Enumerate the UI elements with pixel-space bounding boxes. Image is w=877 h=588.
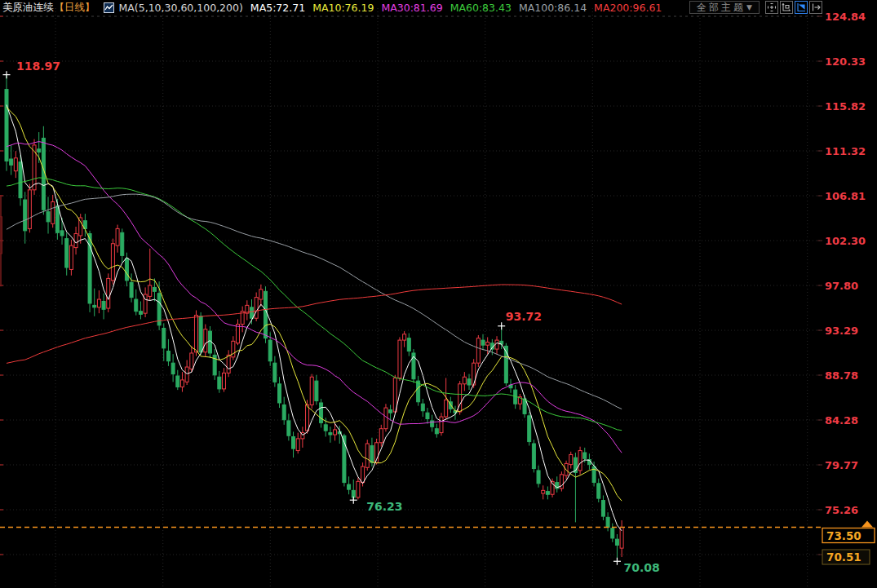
current-price-label: 73.50: [826, 529, 861, 542]
symbol-title: 美原油连续: [2, 1, 54, 15]
pan-right-icon-button[interactable]: [809, 1, 822, 14]
axis-label: 111.32: [825, 145, 866, 157]
price-chart[interactable]: 118.9793.7276.2370.08124.84120.33115.821…: [0, 0, 877, 588]
price-up-arrow-icon: [861, 521, 873, 528]
chart-header: 美原油连续 【日线】 MA(5,10,30,60,100,200) MA5:72…: [0, 0, 669, 15]
axis-label: 102.30: [825, 235, 866, 247]
extreme-label: 93.72: [506, 310, 542, 323]
pan-icon: [766, 2, 777, 13]
session-low-label: 70.51: [826, 550, 861, 564]
axis-label: 75.26: [825, 504, 858, 516]
theme-dropdown-label: 全部主题: [697, 2, 746, 13]
axis-label: 97.80: [825, 280, 858, 292]
extreme-label: 70.08: [623, 561, 659, 574]
axis-label: 88.78: [825, 369, 858, 382]
axis-label: 79.77: [825, 459, 858, 471]
axis-flag-active-icon: [795, 2, 807, 13]
axis-scale-icon-button[interactable]: [780, 1, 793, 14]
marks-layer: 118.9793.7276.2370.08: [3, 60, 660, 575]
left-edge-layer: [0, 16, 3, 555]
ma-value-100: MA100:86.14: [519, 2, 587, 14]
axis-label: 84.28: [825, 414, 858, 427]
pan-icon-button[interactable]: [765, 1, 778, 14]
axis-label: 106.81: [825, 190, 866, 202]
axis-label: 120.33: [825, 55, 866, 68]
ma-values: MA5:72.71MA10:76.19MA30:81.69MA60:83.43M…: [250, 2, 669, 14]
ma-value-10: MA10:76.19: [312, 2, 374, 14]
grid-layer: [0, 8, 822, 588]
chevron-down-icon: ▼: [746, 2, 752, 13]
price-axis[interactable]: 124.84120.33115.82111.32106.81102.3097.8…: [817, 11, 875, 565]
period-label: 【日线】: [55, 1, 95, 15]
ma-value-200: MA200:96.61: [594, 2, 662, 14]
axis-label: 124.84: [825, 11, 866, 23]
ma-value-5: MA5:72.71: [250, 2, 305, 14]
indicator-mini-icon: [104, 2, 114, 13]
pan-right-icon: [810, 2, 822, 13]
chart-window: 118.9793.7276.2370.08124.84120.33115.821…: [0, 0, 877, 588]
axis-scale-icon: [781, 2, 792, 13]
extreme-label: 118.97: [16, 60, 60, 73]
toolbar-buttons: [764, 1, 822, 14]
theme-dropdown[interactable]: 全部主题 ▼: [689, 1, 760, 14]
axis-label: 115.82: [825, 100, 866, 113]
ma-value-60: MA60:83.43: [450, 2, 512, 14]
chart-toolbar: 全部主题 ▼: [689, 1, 822, 14]
axis-label: 93.29: [825, 325, 858, 337]
extreme-label: 76.23: [366, 500, 402, 513]
ma-value-30: MA30:81.69: [381, 2, 442, 14]
axis-flag-active-icon-button[interactable]: [795, 1, 808, 14]
ma-formula: MA(5,10,30,60,100,200): [119, 2, 243, 14]
